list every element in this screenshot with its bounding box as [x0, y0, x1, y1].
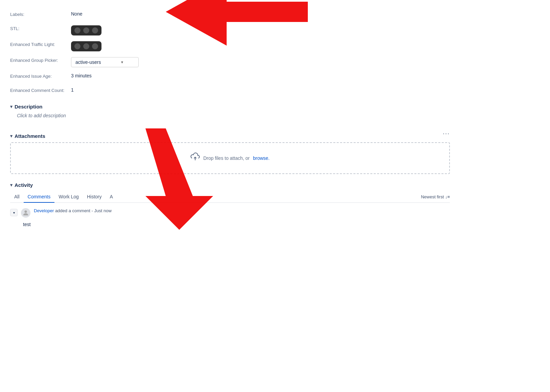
comment-content: Developer added a comment - Just now: [34, 208, 112, 215]
avatar: [21, 208, 30, 218]
group-picker-select[interactable]: active-users ▾: [71, 57, 139, 67]
activity-chevron-icon: ▾: [10, 182, 13, 188]
stl-dot-2: [83, 27, 89, 33]
attachments-more-options-button[interactable]: ···: [443, 130, 450, 137]
group-picker-row: Enhanced Group Picker: active-users ▾: [10, 56, 450, 67]
stl-row: STL:: [10, 24, 450, 35]
comment-count-value: 1: [71, 86, 74, 93]
sort-control[interactable]: Newest first ↓≡: [421, 194, 450, 199]
comment-author[interactable]: Developer: [34, 208, 54, 213]
comment-meta: Developer added a comment - Just now: [34, 208, 112, 213]
traffic-light-row: Enhanced Traffic Light:: [10, 40, 450, 51]
activity-tabs-bar: All Comments Work Log History A Newest f…: [10, 191, 450, 203]
stl-dot-1: [74, 27, 81, 33]
stl-dot-3: [92, 27, 98, 33]
activity-header[interactable]: ▾ Activity: [10, 182, 450, 188]
traffic-dot-3: [92, 43, 98, 49]
labels-row: Labels: None: [10, 10, 450, 20]
attachments-section: ▾ Attachments ··· Drop files to attach, …: [10, 125, 450, 174]
traffic-light-value: [71, 40, 101, 51]
attachments-header[interactable]: ▾ Attachments: [10, 133, 45, 139]
comment-body: test: [10, 222, 450, 227]
issue-age-value: 3 minutes: [71, 72, 92, 78]
tab-comments[interactable]: Comments: [24, 191, 55, 203]
browse-link[interactable]: browse.: [253, 155, 270, 161]
stl-value: [71, 24, 101, 35]
attachments-drop-zone[interactable]: Drop files to attach, or browse.: [10, 142, 450, 174]
description-header[interactable]: ▾ Description: [10, 104, 450, 109]
issue-age-row: Enhanced Issue Age: 3 minutes: [10, 72, 450, 81]
traffic-light-pill-buttons[interactable]: [71, 41, 101, 51]
traffic-dot-2: [83, 43, 89, 49]
group-picker-label: Enhanced Group Picker:: [10, 56, 71, 64]
labels-value: None: [71, 10, 82, 17]
chevron-down-icon: ▾: [121, 60, 123, 65]
tab-all[interactable]: All: [10, 191, 24, 203]
tab-history[interactable]: History: [83, 191, 106, 203]
drop-text: Drop files to attach, or: [203, 155, 250, 161]
svg-point-2: [24, 211, 27, 213]
comment-count-row: Enhanced Comment Count: 1: [10, 86, 450, 96]
attachments-header-row: ▾ Attachments ···: [10, 125, 450, 142]
collapse-comment-button[interactable]: ▾: [10, 209, 18, 216]
tab-a[interactable]: A: [106, 191, 117, 203]
upload-cloud-icon: [190, 152, 200, 164]
tab-work-log[interactable]: Work Log: [54, 191, 83, 203]
comment-item: ▾ Developer added a comment - Just now: [10, 208, 450, 218]
traffic-light-label: Enhanced Traffic Light:: [10, 40, 71, 48]
main-container: Labels: None STL: Enhanced Traffic Light…: [10, 7, 450, 227]
attachments-chevron-icon: ▾: [10, 133, 13, 139]
description-placeholder[interactable]: Click to add description: [17, 113, 450, 118]
issue-age-label: Enhanced Issue Age:: [10, 72, 71, 79]
activity-section: ▾ Activity All Comments Work Log History…: [10, 182, 450, 227]
description-section: ▾ Description Click to add description: [10, 104, 450, 118]
comment-time: Just now: [94, 208, 112, 213]
labels-label: Labels:: [10, 10, 71, 18]
comment-count-label: Enhanced Comment Count:: [10, 86, 71, 94]
description-chevron-icon: ▾: [10, 104, 13, 109]
traffic-dot-1: [74, 43, 81, 49]
group-picker-value: active-users ▾: [71, 56, 139, 67]
comment-action: added a comment -: [55, 208, 94, 213]
svg-marker-0: [166, 0, 308, 46]
stl-pill-buttons[interactable]: [71, 25, 101, 35]
stl-label: STL:: [10, 24, 71, 32]
